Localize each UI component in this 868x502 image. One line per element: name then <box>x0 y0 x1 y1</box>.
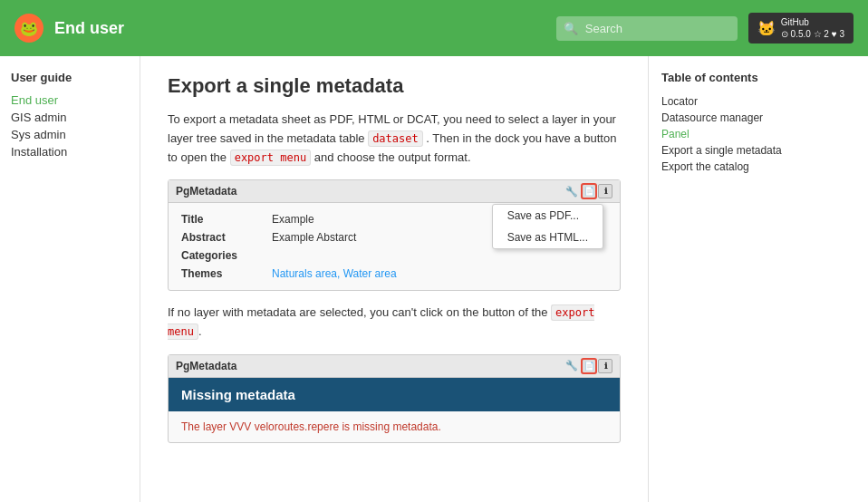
code-export-menu: export menu <box>230 150 311 166</box>
github-version: ⊙ 0.5.0 ☆ 2 ♥ 3 <box>781 28 844 40</box>
toc-item-panel[interactable]: Panel <box>661 126 789 142</box>
toc-panel: Table of contents Locator Datasource man… <box>648 56 802 502</box>
save-as-pdf-item[interactable]: Save as PDF... <box>493 205 603 227</box>
logo-icon: 🐸 <box>14 14 43 43</box>
code-dataset: dataset <box>368 130 423 147</box>
between-text-1: If no layer with metadata are selected, … <box>168 305 551 319</box>
table-row: Themes Naturals area, Water area <box>176 265 612 283</box>
row-key: Abstract <box>176 228 266 246</box>
desc-text-3: and choose the output format. <box>311 150 470 164</box>
toc-item-locator[interactable]: Locator <box>661 93 789 110</box>
search-input[interactable] <box>556 16 738 41</box>
export-dropdown: Save as PDF... Save as HTML... <box>492 204 603 249</box>
toc-item-export-single[interactable]: Export a single metadata <box>661 142 789 159</box>
github-icon: 🐱 <box>757 20 776 37</box>
github-badge[interactable]: 🐱 GitHub ⊙ 0.5.0 ☆ 2 ♥ 3 <box>748 13 854 43</box>
pgmeta-title-2: PgMetadata <box>176 360 236 372</box>
main-content: Export a single metadata To export a met… <box>140 56 648 502</box>
pgmeta-panel-2: PgMetadata 🔧 📄 ℹ Missing metadata The la… <box>168 354 621 443</box>
pgmeta-title-1: PgMetadata <box>176 185 236 198</box>
toc-item-export-catalog[interactable]: Export the catalog <box>661 159 789 175</box>
save-as-html-item[interactable]: Save as HTML... <box>493 227 603 248</box>
github-label: GitHub <box>781 16 844 28</box>
pgmeta-header-1: PgMetadata 🔧 📄 ℹ <box>169 180 620 203</box>
row-key: Title <box>176 210 266 228</box>
info-button-2[interactable]: ℹ <box>598 359 612 373</box>
missing-text: The layer VVV veloroutes.repere is missi… <box>169 411 620 442</box>
search-wrapper: 🔍 <box>556 16 738 41</box>
pgmeta-icons-1: 🔧 📄 ℹ <box>565 184 612 198</box>
sidebar-section-title: User guide <box>11 71 129 84</box>
export-button-highlighted[interactable]: 📄 <box>582 184 596 198</box>
pgmeta-panel-1: PgMetadata 🔧 📄 ℹ Title Example Abstract … <box>168 179 621 291</box>
page-title: Export a single metadata <box>168 74 621 98</box>
pgmeta-icons-2: 🔧 📄 ℹ <box>565 359 612 373</box>
toc-title: Table of contents <box>661 71 789 84</box>
sidebar-item-gisadmin[interactable]: GIS admin <box>11 109 129 126</box>
row-value-themes: Naturals area, Water area <box>266 265 612 283</box>
header-title: End user <box>54 19 545 38</box>
wrench-icon-2: 🔧 <box>565 360 578 372</box>
toc-item-datasource[interactable]: Datasource manager <box>661 110 789 126</box>
sidebar-item-enduser[interactable]: End user <box>11 92 129 109</box>
row-key: Themes <box>176 265 266 283</box>
wrench-icon: 🔧 <box>565 186 578 198</box>
between-text-2: . <box>198 324 202 338</box>
sidebar-item-sysadmin[interactable]: Sys admin <box>11 126 129 143</box>
sidebar: User guide End user GIS admin Sys admin … <box>0 56 140 502</box>
header: 🐸 End user 🔍 🐱 GitHub ⊙ 0.5.0 ☆ 2 ♥ 3 <box>0 0 868 56</box>
table-row: Categories <box>176 246 612 265</box>
between-paragraph: If no layer with metadata are selected, … <box>168 304 621 342</box>
pgmeta-header-2: PgMetadata 🔧 📄 ℹ <box>169 355 620 378</box>
row-value <box>266 246 612 265</box>
info-button[interactable]: ℹ <box>598 184 612 198</box>
export-button-2-highlighted[interactable]: 📄 <box>582 359 596 373</box>
description-paragraph: To export a metadata sheet as PDF, HTML … <box>168 111 621 167</box>
sidebar-item-installation[interactable]: Installation <box>11 143 129 160</box>
missing-meta-body: Missing metadata The layer VVV veloroute… <box>169 378 620 442</box>
layout: User guide End user GIS admin Sys admin … <box>0 56 868 502</box>
missing-banner: Missing metadata <box>169 378 620 411</box>
row-key: Categories <box>176 246 266 265</box>
